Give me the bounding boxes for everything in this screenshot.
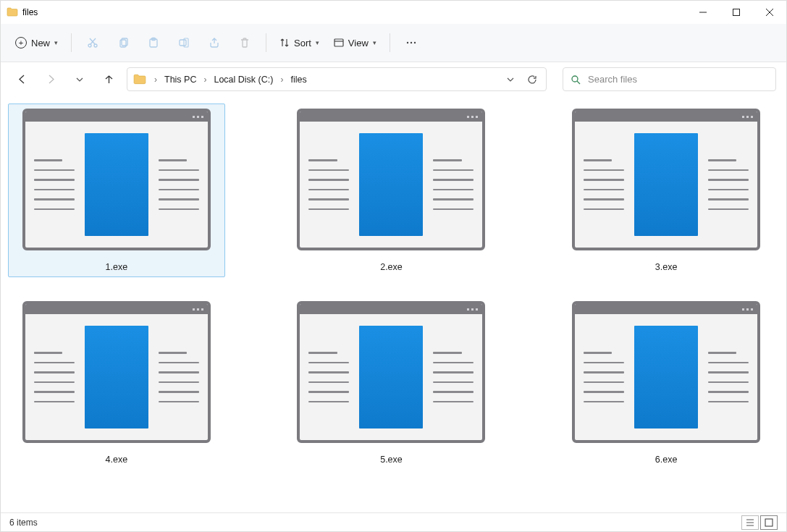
file-item[interactable]: 4.exe [8, 296, 225, 470]
svg-line-7 [90, 38, 95, 44]
forward-button[interactable] [40, 69, 62, 90]
svg-point-18 [414, 42, 416, 43]
titlebar: files [1, 1, 786, 24]
nav-row: › This PC › Local Disk (C:) › files [1, 62, 786, 96]
breadcrumb-item[interactable]: Local Disk (C:) [211, 73, 275, 86]
exe-thumbnail [297, 109, 485, 250]
plus-circle-icon: + [15, 37, 27, 48]
file-item[interactable]: 2.exe [283, 104, 500, 277]
svg-point-5 [94, 44, 97, 47]
breadcrumb-item[interactable]: files [288, 73, 308, 86]
exe-thumbnail [572, 109, 760, 250]
thumbnails-view-toggle[interactable] [760, 515, 778, 530]
refresh-button[interactable] [523, 70, 542, 89]
view-button[interactable]: View ▾ [328, 30, 382, 55]
file-item[interactable]: 3.exe [557, 104, 775, 277]
svg-point-19 [572, 76, 578, 82]
up-button[interactable] [98, 69, 119, 90]
file-item[interactable]: 5.exe [283, 296, 500, 470]
maximize-button[interactable] [720, 1, 753, 24]
recent-locations-button[interactable] [69, 69, 91, 90]
svg-line-20 [577, 81, 580, 84]
exe-thumbnail [572, 301, 760, 443]
exe-thumbnail [297, 301, 485, 443]
svg-rect-24 [765, 519, 773, 526]
chevron-down-icon: ▾ [373, 39, 376, 46]
minimize-button[interactable] [686, 1, 720, 24]
status-text: 6 items [9, 518, 38, 528]
content-area[interactable]: 1.exe 2.exe [1, 96, 786, 512]
svg-rect-1 [733, 9, 740, 16]
new-button[interactable]: + New ▾ [9, 30, 64, 55]
file-name: 4.exe [106, 455, 128, 465]
folder-icon [7, 7, 18, 18]
sort-icon [279, 38, 290, 48]
file-name: 6.exe [655, 455, 678, 465]
svg-line-6 [91, 38, 96, 44]
file-grid: 1.exe 2.exe [8, 104, 782, 470]
window-title: files [22, 7, 38, 17]
file-name: 3.exe [655, 262, 678, 272]
exe-thumbnail [22, 301, 211, 443]
folder-icon [133, 73, 146, 86]
file-name: 1.exe [106, 262, 128, 272]
file-item[interactable]: 6.exe [557, 296, 775, 470]
back-button[interactable] [11, 69, 33, 90]
address-bar[interactable]: › This PC › Local Disk (C:) › files [127, 67, 547, 91]
svg-point-16 [407, 42, 408, 43]
chevron-right-icon: › [278, 75, 285, 85]
chevron-down-icon: ▾ [54, 39, 58, 46]
exe-thumbnail [22, 109, 211, 250]
copy-button[interactable] [109, 30, 137, 55]
share-button[interactable] [201, 30, 228, 55]
delete-button[interactable] [231, 30, 258, 55]
explorer-window: files + New ▾ [0, 0, 787, 532]
separator [390, 33, 390, 52]
new-label: New [31, 38, 50, 48]
cut-button[interactable] [79, 30, 106, 55]
close-button[interactable] [753, 1, 786, 24]
sort-label: Sort [294, 38, 311, 48]
file-item[interactable]: 1.exe [8, 104, 225, 277]
svg-point-4 [88, 44, 91, 47]
svg-point-17 [411, 42, 412, 43]
more-button[interactable] [397, 30, 425, 55]
status-bar: 6 items [1, 512, 786, 531]
rename-button[interactable] [170, 30, 198, 55]
chevron-down-icon: ▾ [316, 39, 319, 46]
search-icon [571, 75, 581, 85]
svg-rect-12 [180, 40, 186, 46]
separator [266, 33, 266, 52]
breadcrumb-item[interactable]: This PC [162, 73, 198, 86]
chevron-right-icon: › [152, 75, 159, 85]
history-dropdown-button[interactable] [501, 70, 520, 89]
separator [71, 33, 72, 52]
view-icon [334, 38, 344, 48]
toolbar: + New ▾ Sort ▾ View [1, 24, 786, 62]
sort-button[interactable]: Sort ▾ [274, 30, 325, 55]
chevron-right-icon: › [201, 75, 209, 85]
details-view-toggle[interactable] [741, 515, 759, 530]
file-name: 2.exe [380, 262, 403, 272]
paste-button[interactable] [140, 30, 167, 55]
search-box[interactable] [563, 67, 776, 91]
view-label: View [348, 38, 369, 48]
file-name: 5.exe [380, 455, 403, 465]
svg-rect-14 [334, 39, 343, 46]
search-input[interactable] [588, 74, 768, 85]
